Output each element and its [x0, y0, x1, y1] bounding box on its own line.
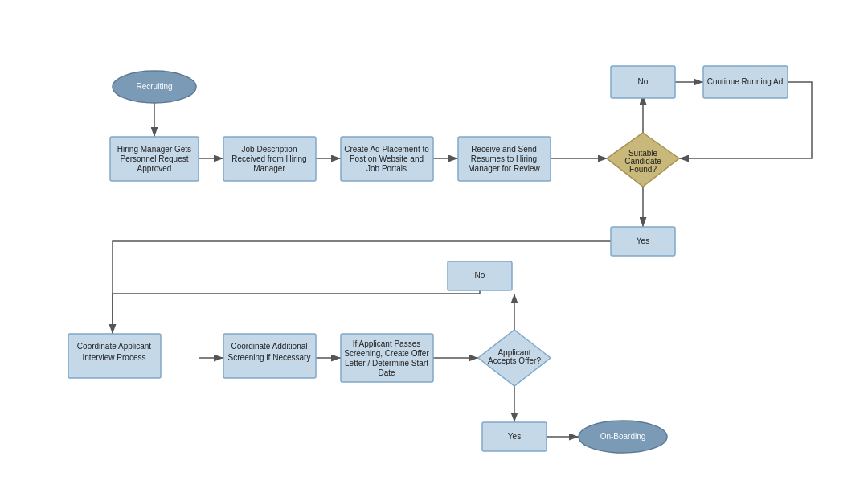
- suitable-candidate-label3: Found?: [629, 165, 657, 174]
- job-description-label3: Manager: [253, 164, 285, 173]
- no-box1-label: No: [638, 77, 649, 86]
- hiring-manager-label3: Approved: [137, 164, 172, 173]
- onboarding-label: On-Boarding: [600, 432, 646, 441]
- flowchart-container: Recruiting Hiring Manager Gets Personnel…: [0, 0, 868, 489]
- hiring-manager-label: Hiring Manager Gets: [117, 145, 191, 154]
- create-ad-label2: Post on Website and: [350, 154, 424, 163]
- offer-letter-label3: Letter / Determine Start: [345, 359, 428, 368]
- offer-letter-label4: Date: [378, 368, 395, 377]
- receive-resumes-label3: Manager for Review: [468, 164, 540, 173]
- applicant-accepts-label2: Accepts Offer?: [488, 356, 541, 365]
- continue-running-ad-label: Continue Running Ad: [707, 77, 784, 86]
- coordinate-screening-label2: Screening if Necessary: [228, 353, 311, 362]
- yes-box1-label: Yes: [637, 236, 649, 245]
- receive-resumes-label2: Resumes to Hiring: [471, 154, 537, 163]
- offer-letter-label2: Screening, Create Offer: [344, 349, 429, 358]
- receive-resumes-label1: Receive and Send: [471, 145, 537, 154]
- coordinate-interview-label2: Interview Process: [83, 353, 146, 362]
- hiring-manager-label2: Personnel Request: [120, 154, 188, 163]
- yes-box2-label: Yes: [508, 432, 521, 441]
- coordinate-interview-label1: Coordinate Applicant: [77, 342, 152, 351]
- coordinate-screening-label1: Coordinate Additional: [231, 342, 307, 351]
- create-ad-label3: Job Portals: [366, 164, 407, 173]
- create-ad-label1: Create Ad Placement to: [344, 145, 429, 154]
- job-description-label1: Job Description: [242, 145, 297, 154]
- job-description-label2: Received from Hiring: [231, 154, 306, 163]
- recruiting-label: Recruiting: [136, 82, 172, 91]
- offer-letter-label1: If Applicant Passes: [353, 339, 421, 348]
- no-box2-label: No: [475, 271, 485, 280]
